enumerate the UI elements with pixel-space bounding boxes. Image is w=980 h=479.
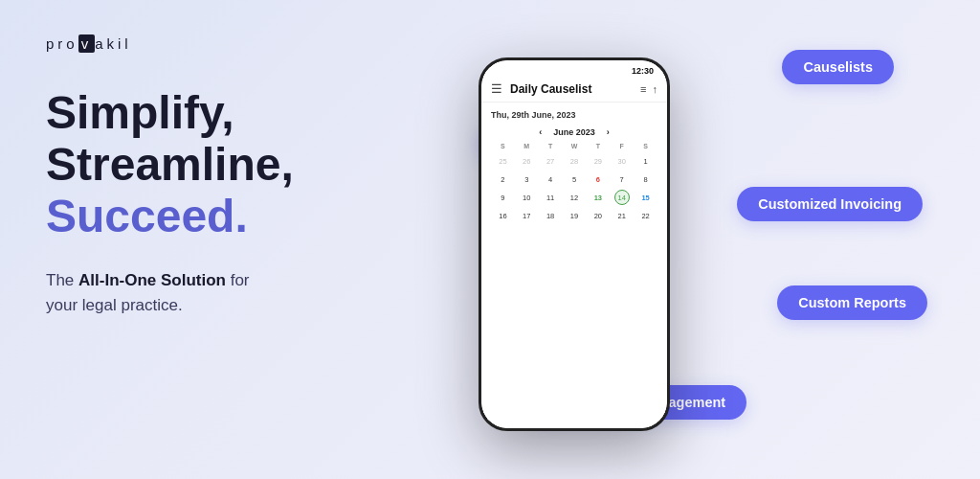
calendar-grid: S M T W T F S 25 26 27 [491,143,657,223]
cal-cell: 21 [614,208,630,223]
right-section: Causelists Case Alerts Customized Invoic… [402,0,980,479]
day-s2: S [634,143,657,149]
export-icon: ↑ [653,83,658,95]
headline: Simplify, Streamline, Succeed. [46,87,356,241]
cal-cell: 5 [567,171,582,187]
cal-week-1: 25 26 27 28 29 30 1 [491,153,657,169]
cal-week-3: 9 10 11 12 13 14 15 [491,190,657,205]
cal-cell: 6 [590,171,606,187]
logo-post: akil [95,35,132,52]
calendar-month: June 2023 [553,127,595,137]
day-w: W [563,143,587,149]
headline-line2: Streamline, [46,139,356,191]
pill-causelists: Causelists [782,50,894,84]
cal-cell: 17 [519,208,534,223]
calendar-nav: ‹ June 2023 › [491,127,657,137]
headline-line1: Simplify, [46,87,356,139]
next-month-arrow[interactable]: › [607,127,610,137]
cal-cell: 2 [495,171,510,187]
filter-icon: ≡ [640,83,646,95]
calendar-days-header: S M T W T F S [491,143,657,149]
day-t2: T [586,143,610,149]
cal-cell: 11 [543,190,558,205]
day-s: S [491,143,515,149]
subtext-prefix: The [46,271,78,289]
phone-date: Thu, 29th June, 2023 [491,110,657,120]
cal-week-4: 16 17 18 19 20 21 22 [491,208,657,223]
logo-pre: pro [46,35,78,52]
headline-line3: Succeed. [46,191,356,242]
cal-week-2: 2 3 4 5 6 7 8 [491,171,657,187]
phone-content: Thu, 29th June, 2023 ‹ June 2023 › S M T… [481,103,667,428]
cal-cell: 4 [543,171,558,187]
cal-cell: 20 [590,208,606,223]
cal-cell: 28 [567,153,582,169]
cal-cell: 7 [614,171,630,187]
day-t: T [539,143,563,149]
prev-month-arrow[interactable]: ‹ [539,127,542,137]
cal-cell: 12 [567,190,582,205]
cal-cell: 10 [519,190,534,205]
day-m: M [515,143,539,149]
subtext: The All-In-One Solution foryour legal pr… [46,268,356,317]
cal-cell: 15 [638,190,654,205]
cal-cell: 25 [495,153,510,169]
cal-cell: 3 [519,171,534,187]
cal-cell: 29 [590,153,606,169]
phone-time: 12:30 [632,66,654,76]
cal-cell: 22 [638,208,654,223]
cal-cell: 26 [519,153,534,169]
menu-icon: ☰ [491,81,502,96]
cal-cell: 18 [543,208,558,223]
logo: provakil [46,34,356,53]
cal-cell: 9 [495,190,510,205]
cal-cell: 27 [543,153,558,169]
phone-screen: 12:30 ☰ Daily Causelist ≡ ↑ Thu, 29th Ju… [481,60,667,428]
cal-cell: 8 [638,171,654,187]
page: provakil Simplify, Streamline, Succeed. … [0,0,980,479]
phone-title: Daily Causelist [510,82,633,96]
cal-cell: 13 [590,190,606,205]
pill-customized-invoicing: Customized Invoicing [737,187,923,221]
cal-cell: 14 [614,190,630,205]
logo-highlight: v [78,34,96,53]
cal-cell: 30 [614,153,630,169]
left-section: provakil Simplify, Streamline, Succeed. … [0,0,402,479]
cal-cell: 16 [495,208,510,223]
phone-status-bar: 12:30 [481,60,667,78]
day-f: F [610,143,634,149]
cal-cell: 19 [567,208,582,223]
cal-cell: 1 [638,153,654,169]
pill-custom-reports: Custom Reports [777,285,927,320]
subtext-bold: All-In-One Solution [78,271,226,289]
phone-mockup: 12:30 ☰ Daily Causelist ≡ ↑ Thu, 29th Ju… [479,57,670,431]
phone-header: ☰ Daily Causelist ≡ ↑ [481,78,667,103]
phone-header-actions: ≡ ↑ [640,83,657,95]
